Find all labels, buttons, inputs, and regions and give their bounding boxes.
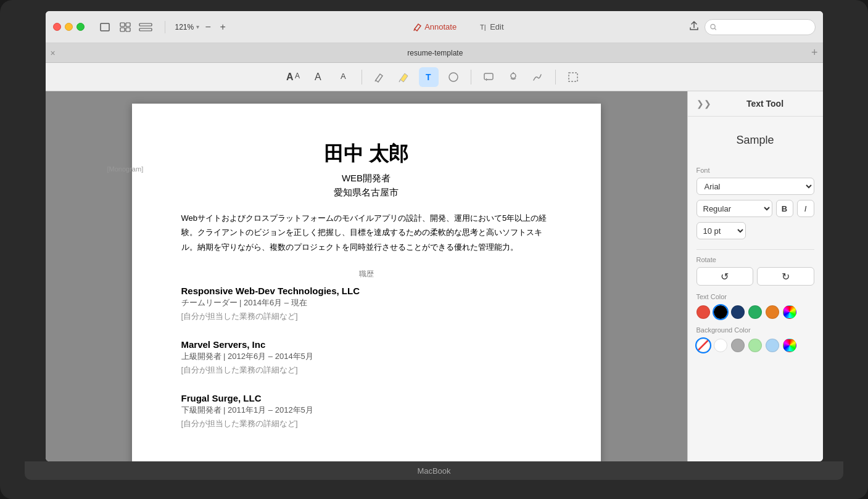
bg-color-spectrum[interactable] (783, 339, 796, 352)
panel-chevron-icon[interactable]: ❯❯ (696, 99, 711, 109)
pencil-tool-btn[interactable] (370, 67, 389, 87)
svg-rect-3 (120, 28, 125, 31)
sample-preview: Sample (696, 126, 814, 154)
font-size-tool-btn[interactable]: A (310, 67, 329, 87)
stamp-tool-btn[interactable] (503, 67, 523, 87)
edit-label: Edit (490, 22, 503, 31)
font-size-row: 8 pt 9 pt 10 pt 11 pt 12 pt 14 pt (696, 222, 814, 239)
tab-add-btn[interactable]: + (811, 46, 818, 59)
text-size-tool-btn[interactable]: AA (285, 67, 305, 87)
svg-point-18 (449, 73, 458, 81)
panel-body: Sample Font Arial Helvetica Times New Ro… (688, 117, 823, 362)
svg-rect-5 (139, 23, 152, 26)
zoom-control: 121% ▾ − + (175, 21, 229, 33)
view-list-btn[interactable] (136, 20, 155, 34)
signature-tool-btn[interactable] (528, 67, 548, 87)
svg-text:T: T (426, 72, 431, 82)
view-controls (96, 20, 155, 34)
text-color-black[interactable] (714, 305, 727, 319)
search-input[interactable] (719, 23, 809, 31)
bg-color-light-blue[interactable] (766, 339, 779, 352)
font-small-tool-btn[interactable]: A (334, 67, 354, 87)
doc-summary: Webサイトおよびクロスプラットフォームのモバイルアプリの設計、開発、運用におい… (181, 211, 552, 254)
annotate-btn[interactable]: Annotate (407, 20, 463, 34)
crop-tool-btn[interactable] (563, 67, 583, 87)
doc-entry-3: Frugal Surge, LLC 下級開発者 | 2011年1月 – 2012… (181, 393, 552, 429)
doc-detail-1: [自分が担当した業務の詳細など] (181, 311, 552, 322)
doc-company-2: Marvel Servers, Inc (181, 339, 552, 350)
doc-entry-1: Responsive Web-Dev Technologies, LLC チーム… (181, 286, 552, 322)
zoom-value[interactable]: 121% (175, 23, 194, 31)
zoom-plus-btn[interactable]: + (217, 21, 229, 33)
text-color-swatches (696, 305, 814, 319)
macbook-base: MacBook (25, 461, 843, 480)
svg-rect-6 (139, 28, 152, 31)
svg-text:A: A (341, 72, 346, 81)
svg-rect-4 (126, 28, 130, 31)
svg-rect-19 (484, 73, 493, 80)
tool-sep-2 (471, 70, 471, 85)
text-color-spectrum[interactable] (783, 305, 796, 319)
monogram-label: [Monogram] (107, 165, 144, 173)
comment-tool-btn[interactable] (479, 67, 498, 87)
rotate-section: Rotate ↺ ↻ (696, 256, 814, 286)
tab-close-btn[interactable]: × (51, 48, 56, 58)
doc-detail-3: [自分が担当した業務の詳細など] (181, 418, 552, 429)
bold-btn[interactable]: B (776, 200, 793, 217)
doc-role-1: チームリーダー | 2014年6月 – 現在 (181, 297, 552, 308)
traffic-lights (53, 23, 85, 31)
svg-text:A: A (315, 72, 321, 82)
bg-color-swatches (696, 339, 814, 352)
bg-color-white[interactable] (714, 339, 727, 352)
doc-entry-2: Marvel Servers, Inc 上級開発者 | 2012年6月 – 20… (181, 339, 552, 376)
rotate-left-btn[interactable]: ↺ (696, 267, 754, 286)
shape-tool-btn[interactable] (444, 67, 463, 87)
rotate-right-btn[interactable]: ↻ (757, 267, 814, 286)
bg-color-light-green[interactable] (748, 339, 762, 352)
doc-detail-2: [自分が担当した業務の詳細など] (181, 365, 552, 376)
panel-header: ❯❯ Text Tool (688, 91, 823, 117)
view-grid-btn[interactable] (116, 20, 134, 34)
italic-btn[interactable]: I (797, 200, 814, 217)
highlight-tool-btn[interactable] (394, 67, 414, 87)
traffic-light-green[interactable] (76, 23, 85, 31)
search-box (705, 19, 816, 35)
view-single-btn[interactable] (96, 20, 114, 34)
text-color-dark-blue[interactable] (731, 305, 745, 319)
svg-line-16 (399, 80, 400, 82)
font-family-select[interactable]: Arial Helvetica Times New Roman Courier … (696, 178, 814, 195)
tool-sep-3 (555, 70, 556, 85)
bg-color-none[interactable] (696, 339, 710, 352)
macbook-wrapper: 121% ▾ − + Annotate T| Edit (0, 0, 868, 499)
doc-company-1: Responsive Web-Dev Technologies, LLC (181, 286, 552, 296)
document-page: [Monogram] 田中 太郎 WEB開発者 愛知県名古屋市 Webサイトおよ… (132, 104, 601, 461)
title-center: Annotate T| Edit (234, 20, 683, 34)
font-size-select[interactable]: 8 pt 9 pt 10 pt 11 pt 12 pt 14 pt (696, 222, 746, 239)
separator (165, 21, 165, 33)
bg-color-gray[interactable] (731, 339, 745, 352)
rotate-label: Rotate (696, 256, 814, 263)
side-panel: ❯❯ Text Tool Sample Font Arial Helvetica… (687, 91, 823, 461)
svg-point-20 (511, 73, 516, 78)
text-color-red[interactable] (696, 305, 710, 319)
traffic-light-red[interactable] (53, 23, 61, 31)
main-area: [Monogram] 田中 太郎 WEB開発者 愛知県名古屋市 Webサイトおよ… (46, 91, 823, 461)
font-style-select[interactable]: Regular Bold Italic Bold Italic (696, 200, 772, 217)
edit-btn[interactable]: T| Edit (473, 20, 510, 34)
svg-line-15 (375, 80, 376, 81)
text-color-green[interactable] (748, 305, 762, 319)
share-btn[interactable] (688, 20, 700, 34)
rotate-btns: ↺ ↻ (696, 267, 814, 286)
zoom-minus-btn[interactable]: − (202, 21, 214, 33)
text-color-orange[interactable] (766, 305, 779, 319)
text-tool-btn[interactable]: T (419, 67, 439, 87)
font-style-row: Regular Bold Italic Bold Italic B I (696, 200, 814, 217)
traffic-light-yellow[interactable] (65, 23, 73, 31)
toolbar: AA A A T (46, 63, 823, 91)
svg-rect-0 (101, 23, 109, 31)
text-color-section: Text Color (696, 293, 814, 319)
document-area[interactable]: [Monogram] 田中 太郎 WEB開発者 愛知県名古屋市 Webサイトおよ… (46, 91, 687, 461)
svg-rect-1 (120, 23, 125, 27)
panel-divider-1 (696, 249, 814, 250)
text-color-label: Text Color (696, 293, 814, 300)
